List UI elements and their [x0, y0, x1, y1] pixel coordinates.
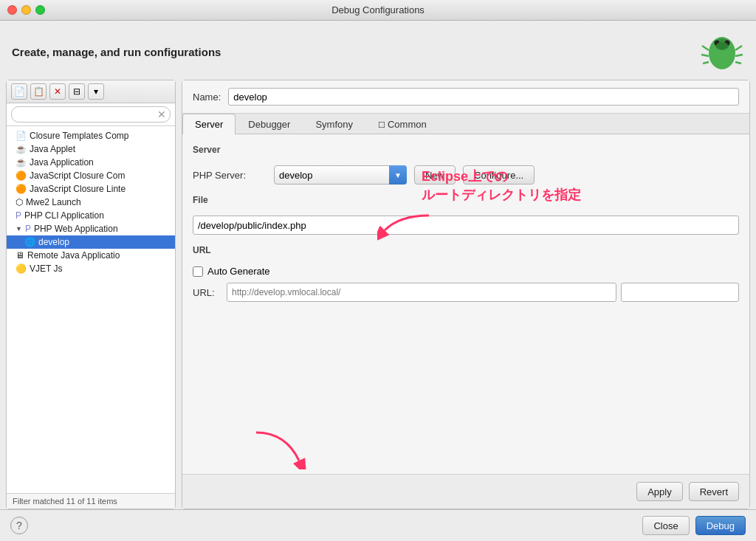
- file-section: File: [193, 195, 739, 235]
- common-tab-icon: ☐: [378, 120, 385, 129]
- svg-line-7: [735, 46, 742, 50]
- svg-line-4: [702, 46, 709, 50]
- revert-button[interactable]: Revert: [689, 482, 739, 501]
- name-row: Name:: [182, 80, 749, 114]
- sidebar-item-js-closure-com[interactable]: 🟠 JavaScript Closure Com: [7, 169, 175, 182]
- svg-line-6: [703, 62, 709, 63]
- url-section-label: URL: [193, 245, 739, 258]
- window-controls[interactable]: [7, 5, 45, 15]
- action-bar: Apply Revert: [182, 474, 749, 509]
- configure-server-button[interactable]: Configure...: [463, 165, 535, 185]
- file-input-row: Eclipse上での ルートディレクトリを指定: [193, 216, 739, 235]
- php-server-label: PHP Server:: [193, 170, 267, 181]
- url-label: URL:: [193, 287, 222, 298]
- svg-line-9: [735, 62, 741, 63]
- header-area: Create, manage, and run configurations: [0, 21, 756, 80]
- sidebar-item-remote-java[interactable]: 🖥 Remote Java Applicatio: [7, 249, 175, 262]
- tab-common[interactable]: ☐Common: [365, 114, 439, 134]
- page-title: Create, manage, and run configurations: [12, 46, 221, 58]
- sidebar-item-java-application[interactable]: ☕ Java Application: [7, 156, 175, 169]
- minimize-window-button[interactable]: [21, 5, 31, 15]
- tab-server[interactable]: Server: [182, 114, 236, 134]
- expand-triangle-icon: ▼: [16, 225, 22, 232]
- js-closure-lint-icon: 🟠: [16, 184, 27, 194]
- duplicate-button[interactable]: 📋: [30, 83, 47, 100]
- url-section: URL Auto Generate URL:: [193, 245, 739, 302]
- help-button[interactable]: ?: [10, 517, 28, 534]
- file-section-label: File: [193, 195, 739, 208]
- sidebar-item-java-applet[interactable]: ☕ Java Applet: [7, 142, 175, 156]
- sidebar-item-js-closure-lint[interactable]: 🟠 JavaScript Closure Linte: [7, 182, 175, 196]
- footer: ? Close Debug: [0, 509, 756, 541]
- mwe2-icon: ⬡: [16, 197, 23, 207]
- collapse-button[interactable]: ⊟: [69, 83, 85, 100]
- vjet-js-icon: 🟡: [16, 263, 27, 274]
- apply-button[interactable]: Apply: [636, 482, 683, 501]
- url-input[interactable]: [227, 283, 616, 302]
- sidebar-toolbar: 📄 📋 ✕ ⊟ ▾: [7, 80, 175, 103]
- search-input[interactable]: [11, 106, 171, 123]
- footer-buttons: Close Debug: [642, 516, 746, 535]
- config-panel: Name: Server Debugger Symfony ☐Common Se…: [182, 80, 750, 509]
- sidebar-item-php-cli[interactable]: P PHP CLI Application: [7, 209, 175, 222]
- svg-line-8: [735, 55, 743, 56]
- tab-bar: Server Debugger Symfony ☐Common: [182, 114, 749, 134]
- bug-icon: [700, 30, 744, 74]
- php-web-icon: P: [25, 224, 31, 234]
- php-cli-icon: P: [16, 210, 21, 221]
- java-application-icon: ☕: [16, 157, 27, 168]
- title-bar: Debug Configurations: [0, 0, 756, 21]
- file-input[interactable]: [193, 216, 739, 235]
- sidebar-search-area: ✕: [7, 103, 175, 126]
- server-section-label: Server: [193, 145, 739, 158]
- url-input-row: URL:: [193, 283, 739, 302]
- tab-symfony[interactable]: Symfony: [303, 114, 365, 134]
- sidebar-item-mwe2[interactable]: ⬡ Mwe2 Launch: [7, 196, 175, 209]
- remote-java-icon: 🖥: [16, 250, 24, 261]
- sidebar-item-vjet-js[interactable]: 🟡 VJET Js: [7, 262, 175, 275]
- js-closure-com-icon: 🟠: [16, 170, 27, 181]
- php-server-row: PHP Server: develop ▼ New Configure...: [193, 165, 739, 185]
- delete-button[interactable]: ✕: [49, 83, 66, 100]
- window-title: Debug Configurations: [331, 4, 425, 15]
- sidebar-item-closure-templates[interactable]: 📄 Closure Templates Comp: [7, 129, 175, 142]
- new-config-button[interactable]: 📄: [11, 83, 27, 100]
- auto-generate-checkbox[interactable]: [193, 266, 203, 277]
- auto-generate-row: Auto Generate: [193, 266, 739, 277]
- close-button[interactable]: Close: [642, 516, 689, 535]
- menu-button[interactable]: ▾: [88, 83, 104, 100]
- new-server-button[interactable]: New: [414, 165, 456, 185]
- php-server-select[interactable]: develop: [274, 165, 407, 185]
- php-server-select-wrapper: develop ▼: [274, 165, 407, 185]
- tab-content-server: Server PHP Server: develop ▼ New Configu…: [182, 134, 749, 474]
- sidebar: 📄 📋 ✕ ⊟ ▾ ✕ 📄 Closure Templates Comp ☕: [6, 80, 176, 509]
- java-applet-icon: ☕: [16, 144, 27, 154]
- sidebar-tree: 📄 Closure Templates Comp ☕ Java Applet ☕…: [7, 126, 175, 493]
- close-window-button[interactable]: [7, 5, 17, 15]
- tab-debugger[interactable]: Debugger: [236, 114, 303, 134]
- svg-point-10: [716, 42, 728, 49]
- sidebar-item-php-web[interactable]: ▼ P PHP Web Application: [7, 222, 175, 235]
- svg-line-5: [701, 55, 709, 56]
- search-clear-icon[interactable]: ✕: [157, 108, 166, 120]
- name-input[interactable]: [228, 88, 739, 106]
- maximize-window-button[interactable]: [35, 5, 45, 15]
- debug-button[interactable]: Debug: [695, 516, 746, 535]
- develop-icon: 🌐: [24, 237, 35, 247]
- url-extra-input[interactable]: [621, 283, 739, 302]
- closure-templates-icon: 📄: [16, 131, 27, 141]
- auto-generate-label: Auto Generate: [207, 266, 270, 277]
- sidebar-status: Filter matched 11 of 11 items: [7, 493, 175, 509]
- name-label: Name:: [193, 92, 221, 103]
- sidebar-item-develop[interactable]: 🌐 develop: [7, 235, 175, 249]
